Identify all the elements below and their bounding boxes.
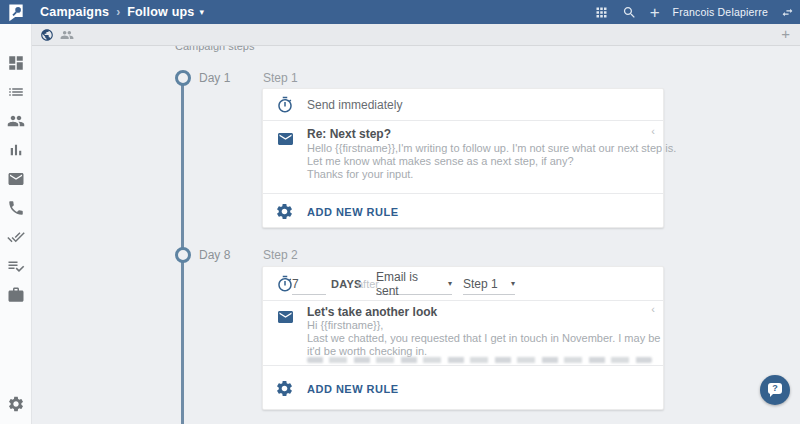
add-step-icon[interactable]: + [781, 25, 790, 42]
schedule-row[interactable]: Send immediately [263, 89, 663, 121]
list-icon [7, 83, 25, 101]
timeline-dot-day8 [175, 247, 191, 263]
sidebar-item-inbox-list[interactable] [7, 83, 25, 101]
email-subject: Let's take another look [307, 305, 437, 319]
help-question-mark: ? [768, 383, 782, 394]
step-title: Step 1 [263, 71, 298, 85]
sidebar-item-reports[interactable] [7, 141, 25, 159]
phone-icon [7, 199, 25, 217]
schedule-row: DAYS after Email is sent ▾ Step 1 ▾ [263, 267, 663, 301]
campaign-toolbar: + [32, 24, 800, 46]
add-rule-row[interactable]: ADD NEW RULE [263, 365, 663, 411]
add-rule-row[interactable]: ADD NEW RULE [263, 193, 663, 229]
chevron-down-icon[interactable]: ▾ [199, 7, 204, 17]
schedule-text: Send immediately [307, 89, 402, 121]
email-body-line: Last we chatted, you requested that I ge… [307, 332, 663, 344]
help-button[interactable]: ? [760, 375, 790, 405]
sidebar [0, 24, 32, 424]
collapse-icon[interactable]: ‹ [651, 125, 655, 137]
sidebar-item-opportunities[interactable] [7, 286, 25, 304]
envelope-icon [274, 308, 297, 326]
day-label: Day 1 [199, 71, 230, 85]
email-row[interactable]: Re: Next step? Hello {{firstname}},I'm w… [263, 121, 663, 193]
add-icon[interactable]: + [650, 5, 660, 20]
chevron-down-icon: ▾ [511, 279, 515, 288]
sidebar-item-dashboard[interactable] [7, 54, 25, 72]
breadcrumb-separator: › [116, 5, 120, 19]
done-all-icon [7, 228, 25, 246]
search-icon[interactable] [622, 5, 637, 20]
delay-days-input[interactable] [292, 273, 326, 295]
email-subject: Re: Next step? [307, 127, 391, 141]
email-row[interactable]: Let's take another look Hi {{firstname}}… [263, 301, 663, 365]
sidebar-item-settings[interactable] [7, 395, 25, 413]
dashboard-icon [7, 54, 25, 72]
chat-bubble-icon: ? [768, 383, 782, 394]
playlist-check-icon [7, 257, 25, 275]
apps-grid-icon[interactable] [594, 5, 609, 20]
timer-icon [276, 96, 294, 114]
envelope-icon [274, 130, 297, 148]
breadcrumb-section[interactable]: Campaigns [40, 5, 109, 19]
gear-icon [275, 202, 294, 221]
user-menu[interactable]: Francois Delapierre [673, 6, 768, 18]
day-label: Day 8 [199, 248, 230, 262]
trigger-dropdown[interactable]: Email is sent ▾ [376, 273, 452, 295]
chevron-down-icon: ▾ [448, 279, 452, 288]
topbar-actions: + Francois Delapierre [594, 0, 794, 24]
trigger-dropdown-value: Email is sent [376, 270, 442, 298]
reference-step-value: Step 1 [463, 277, 498, 291]
add-new-rule-button[interactable]: ADD NEW RULE [307, 194, 399, 230]
email-body-line: Hello {{firstname}},I'm writing to follo… [307, 142, 676, 154]
reference-step-dropdown[interactable]: Step 1 ▾ [463, 273, 515, 295]
team-icon[interactable] [60, 28, 74, 42]
gear-icon [7, 395, 25, 413]
breadcrumb: Campaigns › Follow ups ▾ [40, 5, 204, 19]
step-title: Step 2 [263, 248, 298, 262]
switch-account-icon[interactable] [781, 6, 794, 19]
email-body-line: it'd be worth checking in. [307, 345, 427, 357]
app-logo-icon[interactable] [0, 0, 32, 24]
people-icon [7, 112, 25, 130]
sidebar-item-smart-views[interactable] [7, 257, 25, 275]
mail-icon [7, 170, 25, 188]
step-card-1: Send immediately Re: Next step? Hello {{… [262, 88, 664, 228]
topbar: Campaigns › Follow ups ▾ + Francois Dela… [0, 0, 800, 24]
breadcrumb-current[interactable]: Follow ups [127, 5, 194, 19]
email-body-line: Hi {{firstname}}, [307, 319, 383, 331]
timeline-dot-day1 [175, 70, 191, 86]
sidebar-item-tasks[interactable] [7, 228, 25, 246]
briefcase-icon [7, 286, 25, 304]
gear-icon [275, 379, 294, 398]
step-card-2: DAYS after Email is sent ▾ Step 1 ▾ Let'… [262, 266, 664, 410]
sidebar-item-calls[interactable] [7, 199, 25, 217]
add-new-rule-button[interactable]: ADD NEW RULE [307, 366, 399, 412]
sidebar-item-email[interactable] [7, 170, 25, 188]
email-body-line: Let me know what makes sense as a next s… [307, 155, 574, 167]
globe-icon[interactable] [40, 28, 54, 42]
email-body-line: Thanks for your input. [307, 168, 413, 180]
faded-text-line [307, 357, 652, 363]
bar-chart-icon [7, 141, 25, 159]
collapse-icon[interactable]: ‹ [651, 303, 655, 315]
sidebar-item-contacts[interactable] [7, 112, 25, 130]
